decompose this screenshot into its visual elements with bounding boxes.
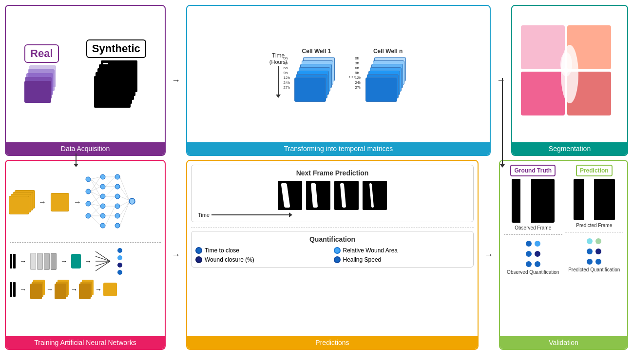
gms1-3 [30, 284, 42, 299]
svg-line-32 [91, 204, 100, 216]
segmentation-content [512, 6, 627, 142]
predictions-content: Next Frame Prediction [187, 161, 478, 336]
predictions-footer: Predictions [187, 336, 478, 349]
black-bars-2 [10, 282, 16, 297]
svg-line-53 [96, 256, 110, 261]
svg-point-17 [115, 184, 120, 189]
svg-rect-2 [521, 72, 565, 115]
cwn-frame-7 [365, 77, 397, 102]
pred-frame [574, 179, 615, 220]
arrow-teal: → [85, 257, 92, 265]
bar-4 [13, 282, 16, 297]
svg-point-5 [560, 52, 572, 77]
nn-diagram [83, 167, 161, 237]
pred-quant-dots-row-1 [587, 238, 601, 244]
cw1-frame-7 [294, 77, 326, 102]
output-dots-1 [117, 248, 122, 275]
svg-point-16 [115, 174, 120, 179]
arrow-da-to-temporal: → [171, 5, 181, 156]
black-bars-1 [10, 254, 16, 268]
svg-line-45 [105, 196, 115, 206]
cell-well-n-group: Cell Well n 0h3h6h9h12h24h27h [368, 48, 407, 101]
nn-bottom-row-2: → → [10, 280, 161, 299]
seg-val-arrow-head [500, 164, 505, 168]
pred-dot-3 [587, 249, 593, 254]
arrow-gs1: → [46, 286, 53, 293]
gold-mini-stack-1 [30, 280, 45, 299]
prediction-col: Prediction Predicted Frame [565, 165, 624, 332]
pred-dot-5 [587, 259, 593, 265]
svg-line-44 [105, 187, 115, 196]
svg-line-56 [96, 261, 110, 271]
gt-title: Ground Truth [510, 165, 556, 176]
frame-sequence [195, 181, 469, 210]
svg-point-10 [100, 174, 105, 179]
svg-point-7 [86, 189, 91, 194]
svg-line-24 [91, 179, 100, 187]
input-arrow: → [38, 198, 46, 207]
feat-1 [30, 253, 36, 270]
quant-label-2: Relative Wound Area [343, 247, 398, 254]
gt-dot-2 [535, 241, 540, 247]
out-dot-4 [117, 270, 122, 275]
out-dot-2 [117, 255, 122, 260]
top-row: Real Synthetic [5, 5, 628, 156]
v-arrow-head [74, 164, 78, 167]
svg-line-30 [91, 196, 100, 204]
svg-point-18 [115, 194, 120, 199]
time-axis-line [278, 66, 279, 95]
gold-mini-stack-2 [55, 280, 69, 299]
quant-dot-4 [334, 256, 341, 263]
panel-data-acquisition: Real Synthetic [5, 5, 166, 156]
frame-2 [306, 181, 330, 210]
out-dot-1 [117, 248, 122, 253]
svg-point-21 [115, 223, 120, 228]
training-content: → → [6, 161, 165, 336]
quant-label-4: Healing Speed [343, 256, 382, 263]
pred-dot-4 [595, 249, 601, 254]
bar-1 [10, 254, 12, 268]
panel-validation: Ground Truth Observed Frame [499, 160, 628, 350]
quant-label-3: Wound closure (%) [205, 256, 254, 263]
gold-stacks-row: → → → [30, 280, 117, 299]
bar-3 [10, 282, 12, 297]
panel-segmentation: Segmentation [511, 5, 628, 156]
ground-truth-col: Ground Truth Observed Frame [504, 165, 562, 332]
data-acquisition-footer: Data Acquisition [6, 142, 165, 155]
nn-top-section: → → [10, 165, 161, 243]
svg-point-11 [100, 184, 105, 189]
svg-line-55 [96, 261, 110, 266]
quant-item-4: Healing Speed [334, 256, 470, 263]
gold-mini-stack-3 [79, 280, 94, 299]
main-container: Real Synthetic [0, 0, 633, 364]
gt-dot-6 [535, 261, 540, 267]
next-frame-title: Next Frame Prediction [195, 169, 469, 177]
gt-quant-dots-row-2 [526, 251, 540, 257]
arrow-temporal-to-seg: → [496, 5, 506, 156]
arrow-training-predictions: → [171, 160, 181, 350]
svg-point-19 [115, 204, 120, 209]
temporal-content: Time (Hours) Cell Well 1 [187, 6, 490, 142]
gms3-3 [79, 284, 91, 299]
svg-point-22 [129, 198, 135, 204]
cell-well-1-title: Cell Well 1 [302, 48, 331, 55]
synthetic-stacked-images [94, 60, 138, 109]
pred-divider [565, 232, 624, 232]
cell-well-n-title: Cell Well n [373, 48, 403, 55]
svg-rect-0 [521, 25, 565, 69]
svg-point-20 [115, 213, 120, 218]
svg-point-8 [86, 201, 91, 206]
quant-label-1: Time to close [205, 247, 239, 254]
scratch-2 [311, 183, 318, 208]
quant-item-2: Relative Wound Area [334, 247, 470, 254]
pred-white-part [584, 179, 594, 220]
gold-to-nn-arrow: → [74, 198, 81, 207]
nn-bottom-section: → → → [10, 243, 161, 299]
validation-footer: Validation [500, 336, 627, 349]
svg-point-9 [86, 213, 91, 218]
gms2-3 [55, 284, 66, 299]
synthetic-img-5 [94, 76, 131, 108]
arrow-gs3: → [95, 286, 102, 293]
quant-dot-1 [195, 247, 202, 254]
feat-4 [51, 253, 57, 270]
